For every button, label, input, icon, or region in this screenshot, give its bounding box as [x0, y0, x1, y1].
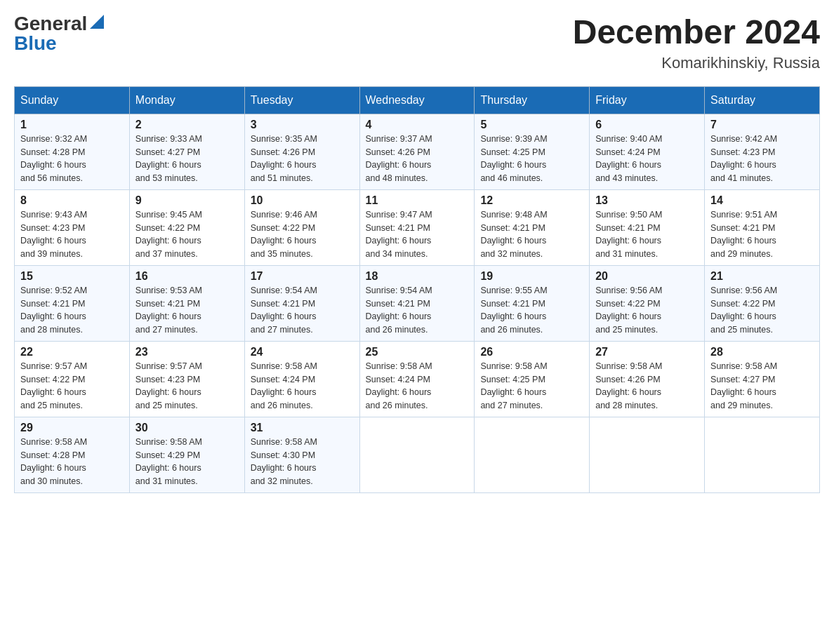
day-info: Sunrise: 9:58 AM Sunset: 4:25 PM Dayligh…	[480, 361, 547, 410]
day-info: Sunrise: 9:56 AM Sunset: 4:22 PM Dayligh…	[710, 286, 777, 335]
logo-blue: Blue	[14, 32, 57, 54]
day-cell-17: 17 Sunrise: 9:54 AM Sunset: 4:21 PM Dayl…	[244, 265, 359, 341]
day-info: Sunrise: 9:37 AM Sunset: 4:26 PM Dayligh…	[366, 134, 432, 183]
day-cell-14: 14 Sunrise: 9:51 AM Sunset: 4:21 PM Dayl…	[705, 189, 820, 265]
week-row-1: 1 Sunrise: 9:32 AM Sunset: 4:28 PM Dayli…	[15, 114, 820, 189]
title-section: December 2024 Komarikhinskiy, Russia	[573, 14, 820, 72]
day-info: Sunrise: 9:35 AM Sunset: 4:26 PM Dayligh…	[251, 134, 317, 183]
day-cell-5: 5 Sunrise: 9:39 AM Sunset: 4:25 PM Dayli…	[475, 114, 590, 189]
empty-cell	[359, 417, 475, 492]
day-number: 27	[595, 346, 699, 358]
day-info: Sunrise: 9:58 AM Sunset: 4:24 PM Dayligh…	[251, 361, 317, 410]
day-number: 5	[480, 119, 583, 131]
weekday-header-sunday: Sunday	[15, 86, 130, 114]
empty-cell	[475, 417, 590, 492]
day-number: 10	[251, 194, 354, 207]
day-info: Sunrise: 9:57 AM Sunset: 4:22 PM Dayligh…	[20, 361, 87, 410]
day-number: 12	[480, 194, 583, 207]
day-cell-28: 28 Sunrise: 9:58 AM Sunset: 4:27 PM Dayl…	[705, 341, 820, 417]
day-cell-24: 24 Sunrise: 9:58 AM Sunset: 4:24 PM Dayl…	[244, 341, 359, 417]
location-title: Komarikhinskiy, Russia	[573, 54, 820, 72]
day-info: Sunrise: 9:58 AM Sunset: 4:26 PM Dayligh…	[595, 361, 662, 410]
day-cell-23: 23 Sunrise: 9:57 AM Sunset: 4:23 PM Dayl…	[129, 341, 244, 417]
svg-marker-0	[90, 15, 104, 29]
empty-cell	[590, 417, 705, 492]
day-cell-10: 10 Sunrise: 9:46 AM Sunset: 4:22 PM Dayl…	[244, 189, 359, 265]
day-cell-19: 19 Sunrise: 9:55 AM Sunset: 4:21 PM Dayl…	[475, 265, 590, 341]
day-cell-15: 15 Sunrise: 9:52 AM Sunset: 4:21 PM Dayl…	[15, 265, 130, 341]
day-cell-30: 30 Sunrise: 9:58 AM Sunset: 4:29 PM Dayl…	[129, 417, 244, 492]
weekday-header-friday: Friday	[590, 86, 705, 114]
day-number: 30	[135, 422, 239, 434]
day-cell-12: 12 Sunrise: 9:48 AM Sunset: 4:21 PM Dayl…	[475, 189, 590, 265]
day-cell-1: 1 Sunrise: 9:32 AM Sunset: 4:28 PM Dayli…	[15, 114, 130, 189]
day-cell-9: 9 Sunrise: 9:45 AM Sunset: 4:22 PM Dayli…	[129, 189, 244, 265]
day-cell-11: 11 Sunrise: 9:47 AM Sunset: 4:21 PM Dayl…	[359, 189, 475, 265]
day-cell-4: 4 Sunrise: 9:37 AM Sunset: 4:26 PM Dayli…	[359, 114, 475, 189]
day-number: 2	[135, 119, 239, 131]
day-cell-20: 20 Sunrise: 9:56 AM Sunset: 4:22 PM Dayl…	[590, 265, 705, 341]
day-info: Sunrise: 9:54 AM Sunset: 4:21 PM Dayligh…	[251, 286, 317, 335]
weekday-header-wednesday: Wednesday	[359, 86, 475, 114]
weekday-header-tuesday: Tuesday	[244, 86, 359, 114]
weekday-header-saturday: Saturday	[705, 86, 820, 114]
logo-general: General	[14, 14, 87, 34]
logo-triangle-icon	[90, 15, 104, 32]
day-info: Sunrise: 9:58 AM Sunset: 4:30 PM Dayligh…	[251, 437, 317, 486]
week-row-5: 29 Sunrise: 9:58 AM Sunset: 4:28 PM Dayl…	[15, 417, 820, 492]
day-info: Sunrise: 9:57 AM Sunset: 4:23 PM Dayligh…	[135, 361, 202, 410]
week-row-3: 15 Sunrise: 9:52 AM Sunset: 4:21 PM Dayl…	[15, 265, 820, 341]
day-cell-26: 26 Sunrise: 9:58 AM Sunset: 4:25 PM Dayl…	[475, 341, 590, 417]
day-number: 17	[251, 270, 354, 283]
day-number: 1	[20, 119, 124, 131]
day-cell-18: 18 Sunrise: 9:54 AM Sunset: 4:21 PM Dayl…	[359, 265, 475, 341]
day-info: Sunrise: 9:42 AM Sunset: 4:23 PM Dayligh…	[710, 134, 777, 183]
day-info: Sunrise: 9:50 AM Sunset: 4:21 PM Dayligh…	[595, 210, 662, 259]
logo[interactable]: General Blue	[14, 14, 104, 53]
day-cell-27: 27 Sunrise: 9:58 AM Sunset: 4:26 PM Dayl…	[590, 341, 705, 417]
day-info: Sunrise: 9:46 AM Sunset: 4:22 PM Dayligh…	[251, 210, 317, 259]
day-info: Sunrise: 9:45 AM Sunset: 4:22 PM Dayligh…	[135, 210, 202, 259]
week-row-4: 22 Sunrise: 9:57 AM Sunset: 4:22 PM Dayl…	[15, 341, 820, 417]
day-info: Sunrise: 9:33 AM Sunset: 4:27 PM Dayligh…	[135, 134, 202, 183]
empty-cell	[705, 417, 820, 492]
day-number: 3	[251, 119, 354, 131]
weekday-header-monday: Monday	[129, 86, 244, 114]
day-number: 14	[710, 194, 814, 207]
day-cell-31: 31 Sunrise: 9:58 AM Sunset: 4:30 PM Dayl…	[244, 417, 359, 492]
day-number: 22	[20, 346, 124, 358]
day-info: Sunrise: 9:55 AM Sunset: 4:21 PM Dayligh…	[480, 286, 547, 335]
month-title: December 2024	[573, 14, 820, 51]
day-cell-8: 8 Sunrise: 9:43 AM Sunset: 4:23 PM Dayli…	[15, 189, 130, 265]
page-header: General Blue December 2024 Komarikhinski…	[14, 14, 820, 72]
day-cell-22: 22 Sunrise: 9:57 AM Sunset: 4:22 PM Dayl…	[15, 341, 130, 417]
day-number: 19	[480, 270, 583, 283]
week-row-2: 8 Sunrise: 9:43 AM Sunset: 4:23 PM Dayli…	[15, 189, 820, 265]
day-info: Sunrise: 9:56 AM Sunset: 4:22 PM Dayligh…	[595, 286, 662, 335]
day-info: Sunrise: 9:53 AM Sunset: 4:21 PM Dayligh…	[135, 286, 202, 335]
day-info: Sunrise: 9:43 AM Sunset: 4:23 PM Dayligh…	[20, 210, 87, 259]
day-number: 24	[251, 346, 354, 358]
day-number: 6	[595, 119, 699, 131]
day-number: 25	[366, 346, 469, 358]
day-number: 26	[480, 346, 583, 358]
weekday-header-thursday: Thursday	[475, 86, 590, 114]
day-number: 16	[135, 270, 239, 283]
day-cell-25: 25 Sunrise: 9:58 AM Sunset: 4:24 PM Dayl…	[359, 341, 475, 417]
day-number: 23	[135, 346, 239, 358]
day-info: Sunrise: 9:58 AM Sunset: 4:29 PM Dayligh…	[135, 437, 202, 486]
day-info: Sunrise: 9:47 AM Sunset: 4:21 PM Dayligh…	[366, 210, 432, 259]
day-cell-21: 21 Sunrise: 9:56 AM Sunset: 4:22 PM Dayl…	[705, 265, 820, 341]
day-cell-29: 29 Sunrise: 9:58 AM Sunset: 4:28 PM Dayl…	[15, 417, 130, 492]
day-cell-3: 3 Sunrise: 9:35 AM Sunset: 4:26 PM Dayli…	[244, 114, 359, 189]
day-number: 18	[366, 270, 469, 283]
day-number: 28	[710, 346, 814, 358]
day-info: Sunrise: 9:51 AM Sunset: 4:21 PM Dayligh…	[710, 210, 777, 259]
day-info: Sunrise: 9:54 AM Sunset: 4:21 PM Dayligh…	[366, 286, 432, 335]
day-number: 9	[135, 194, 239, 207]
day-info: Sunrise: 9:39 AM Sunset: 4:25 PM Dayligh…	[480, 134, 547, 183]
day-number: 8	[20, 194, 124, 207]
day-number: 11	[366, 194, 469, 207]
day-info: Sunrise: 9:48 AM Sunset: 4:21 PM Dayligh…	[480, 210, 547, 259]
calendar-table: SundayMondayTuesdayWednesdayThursdayFrid…	[14, 86, 820, 493]
